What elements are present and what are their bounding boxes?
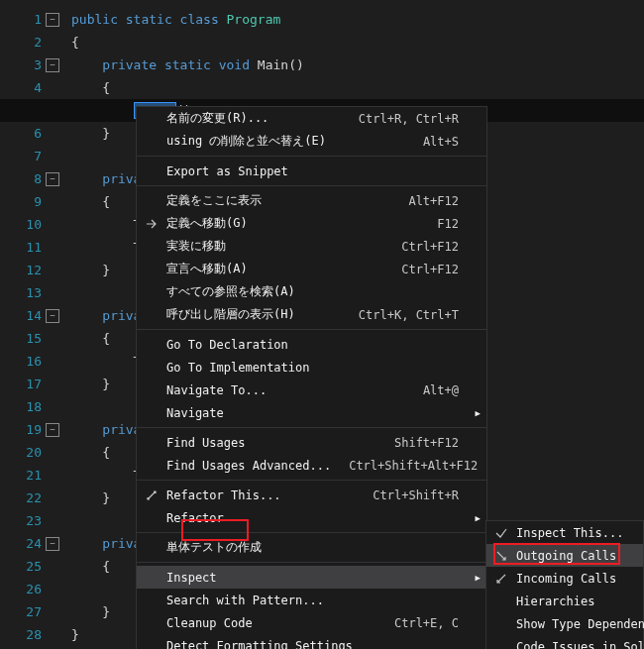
menu-item[interactable]: Detect Formatting Settings [137, 634, 486, 649]
code-line[interactable]: { [71, 31, 79, 54]
code-line[interactable]: } [71, 600, 110, 623]
menu-item[interactable]: Search with Pattern... [137, 589, 486, 611]
menu-item[interactable]: 単体テストの作成 [137, 536, 486, 559]
menu-item[interactable]: Go To Implementation [137, 356, 486, 379]
search-icon [143, 592, 161, 609]
submenu-arrow-icon: ▶ [476, 573, 481, 583]
menu-item[interactable]: Navigate▶ [137, 401, 486, 424]
inspect-icon [492, 524, 510, 542]
menu-item[interactable]: using の削除と並べ替え(E)Alt+S [137, 130, 486, 153]
context-menu[interactable]: 名前の変更(R)...Ctrl+R, Ctrl+Rusing の削除と並べ替え(… [136, 106, 487, 649]
menu-item[interactable]: すべての参照を検索(A) [137, 280, 486, 303]
submenu-item[interactable]: Code Issues in Solution [486, 635, 643, 649]
blank-icon [143, 569, 161, 587]
hier-icon [492, 593, 510, 610]
menu-item[interactable]: Inspect▶ [137, 566, 486, 589]
submenu-item[interactable]: Outgoing Calls [486, 544, 643, 567]
fold-toggle[interactable]: − [46, 58, 59, 72]
menu-item[interactable]: 定義へ移動(G)F12 [137, 212, 486, 235]
fold-toggle[interactable]: − [46, 537, 59, 551]
menu-item[interactable]: 呼び出し階層の表示(H)Ctrl+K, Ctrl+T [137, 303, 486, 326]
menu-label: Refactor This... [166, 488, 355, 502]
blank-icon [143, 457, 161, 475]
menu-label: 定義へ移動(G) [166, 215, 419, 232]
fold-toggle[interactable]: − [46, 309, 59, 323]
menu-item[interactable]: Export as Snippet [137, 160, 486, 182]
fold-toggle[interactable]: − [46, 423, 59, 437]
code-line[interactable]: } [71, 487, 110, 509]
menu-item[interactable]: Navigate To...Alt+@ [137, 379, 486, 401]
blank-icon [143, 381, 161, 399]
blank-icon [143, 133, 161, 151]
menu-shortcut: Ctrl+Shift+Alt+F12 [349, 459, 478, 473]
code-line[interactable]: { [71, 327, 110, 350]
fold-toggle[interactable]: − [46, 172, 59, 186]
line-number: 1 [0, 8, 42, 31]
refactor-icon [143, 487, 161, 504]
out-icon [492, 547, 510, 565]
menu-label: 定義をここに表示 [166, 192, 390, 209]
code-line[interactable]: { [71, 441, 110, 464]
line-number: 3 [0, 54, 42, 76]
menu-label: Inspect [166, 571, 459, 585]
code-line[interactable]: { [71, 190, 110, 213]
menu-label: 宣言へ移動(A) [166, 261, 383, 277]
menu-shortcut: Ctrl+F12 [401, 240, 459, 254]
submenu-arrow-icon: ▶ [476, 513, 481, 523]
line-number: 8 [0, 167, 42, 190]
gutter: 1−23−45678−91011121314−1516171819−202122… [0, 0, 71, 649]
code-line[interactable]: public static class Program [71, 8, 280, 31]
menu-item[interactable]: 宣言へ移動(A)Ctrl+F12 [137, 258, 486, 280]
fold-toggle[interactable]: − [46, 13, 59, 27]
code-line[interactable]: } [71, 623, 79, 646]
line-number: 17 [0, 373, 42, 395]
code-line[interactable]: private static void Main() [71, 54, 304, 76]
line-number: 9 [0, 190, 42, 213]
menu-item[interactable]: Refactor▶ [137, 506, 486, 529]
line-number: 28 [0, 623, 42, 646]
code-line[interactable]: { [71, 555, 110, 578]
menu-item[interactable]: 名前の変更(R)...Ctrl+R, Ctrl+R [137, 107, 486, 130]
submenu-arrow-icon: ▶ [476, 408, 481, 418]
submenu-item[interactable]: Inspect This... [486, 521, 643, 544]
menu-label: Refactor [166, 511, 459, 525]
blank-icon [143, 238, 161, 256]
code-line[interactable]: } [71, 373, 110, 395]
submenu-item[interactable]: Show Type Dependenc [486, 612, 643, 635]
blank-icon [143, 336, 161, 354]
line-number: 12 [0, 259, 42, 281]
menu-item[interactable]: 実装に移動Ctrl+F12 [137, 235, 486, 258]
menu-item[interactable]: 定義をここに表示Alt+F12 [137, 189, 486, 212]
menu-shortcut: Ctrl+E, C [394, 616, 459, 630]
line-number: 20 [0, 441, 42, 464]
menu-item[interactable]: Cleanup CodeCtrl+E, C [137, 611, 486, 634]
submenu-item[interactable]: Hierarchies [486, 590, 643, 612]
line-number: 14 [0, 304, 42, 327]
line-number: 22 [0, 487, 42, 509]
goto-icon [143, 215, 161, 233]
line-number: 2 [0, 31, 42, 54]
blank-icon [143, 261, 161, 278]
inspect-submenu[interactable]: Inspect This...Outgoing CallsIncoming Ca… [485, 520, 644, 649]
submenu-label: Code Issues in Solution [516, 640, 644, 650]
code-line[interactable]: } [71, 259, 110, 281]
rename-icon [143, 110, 161, 128]
menu-label: using の削除と並べ替え(E) [166, 133, 405, 150]
submenu-label: Outgoing Calls [516, 549, 616, 563]
menu-item[interactable]: Find Usages Advanced...Ctrl+Shift+Alt+F1… [137, 454, 486, 477]
submenu-item[interactable]: Incoming Calls [486, 567, 643, 590]
blank-icon [143, 162, 161, 180]
line-number: 16 [0, 350, 42, 373]
menu-label: Navigate [166, 406, 459, 420]
code-line[interactable]: { [71, 76, 110, 99]
line-number: 24 [0, 532, 42, 555]
menu-label: Navigate To... [166, 383, 405, 397]
menu-label: Search with Pattern... [166, 594, 459, 607]
line-number: 11 [0, 236, 42, 259]
code-line[interactable]: } [71, 122, 110, 145]
menu-item[interactable]: Go To Declaration [137, 333, 486, 356]
menu-label: Export as Snippet [166, 164, 459, 178]
menu-item[interactable]: Find UsagesShift+F12 [137, 431, 486, 454]
menu-item[interactable]: Refactor This...Ctrl+Shift+R [137, 484, 486, 506]
blank-icon [143, 509, 161, 527]
